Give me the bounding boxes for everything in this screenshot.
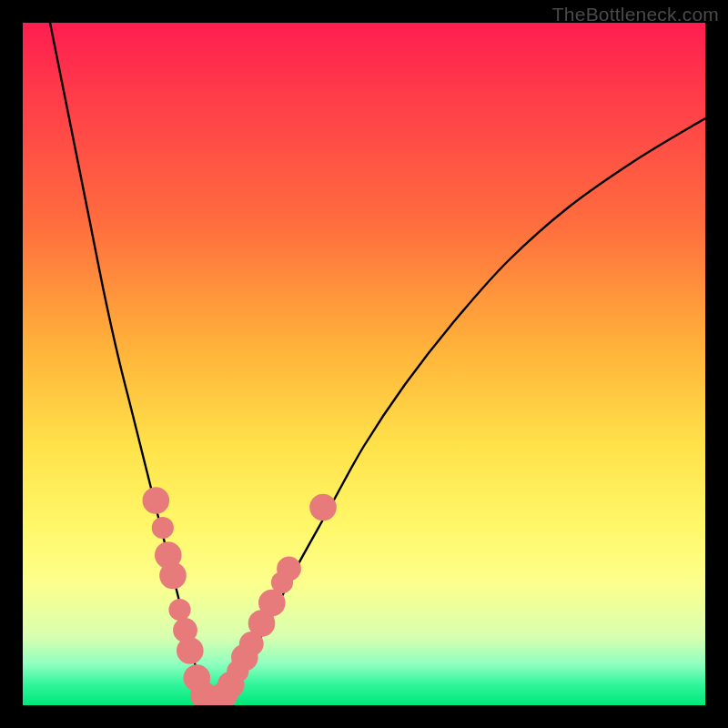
curve-marker [143, 487, 170, 514]
curve-marker [258, 590, 286, 617]
marker-group [143, 487, 337, 705]
curve-marker [309, 494, 337, 521]
curve-marker [168, 599, 190, 621]
chart-frame: TheBottleneck.com [0, 0, 728, 728]
chart-svg [23, 23, 705, 705]
curve-marker [177, 637, 204, 664]
curve-marker [277, 557, 301, 581]
bottleneck-curve [50, 23, 705, 705]
curve-marker [159, 562, 187, 590]
chart-plot-area [23, 23, 705, 705]
watermark-text: TheBottleneck.com [552, 4, 719, 25]
curve-marker [152, 517, 174, 539]
